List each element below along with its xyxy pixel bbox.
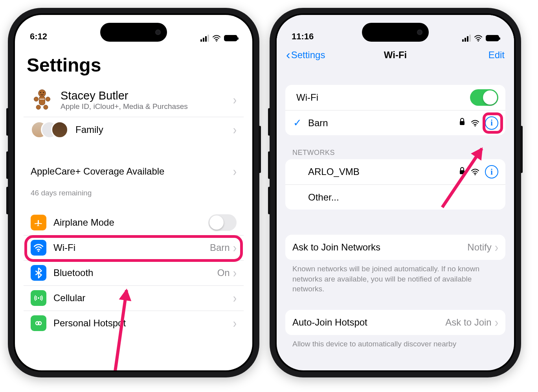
family-label: Family [75, 124, 103, 135]
cellular-row[interactable]: Cellular › [24, 285, 244, 311]
chevron-right-icon: › [233, 266, 237, 280]
profile-subtitle: Apple ID, iCloud+, Media & Purchases [61, 102, 188, 111]
chevron-right-icon: › [233, 291, 237, 305]
wifi-toggle-group: Wi-Fi ✓ Barn i [285, 85, 505, 135]
svg-point-5 [36, 105, 40, 109]
wifi-icon [31, 240, 46, 256]
hotspot-label: Personal Hotspot [53, 318, 126, 329]
wifi-strength-icon [471, 120, 479, 127]
connected-network-row[interactable]: ✓ Barn i [285, 110, 505, 135]
edit-button[interactable]: Edit [488, 50, 505, 61]
svg-point-12 [38, 322, 41, 325]
svg-rect-2 [39, 96, 45, 105]
networks-group: ARLO_VMB i Other... [285, 159, 505, 210]
hotspot-row[interactable]: Personal Hotspot › [24, 311, 244, 336]
auto-join-value: Ask to Join [445, 317, 491, 328]
svg-point-4 [46, 97, 50, 101]
wifi-switch-row[interactable]: Wi-Fi [285, 85, 505, 110]
svg-point-17 [475, 174, 476, 175]
profile-group: Stacey Butler Apple ID, iCloud+, Media &… [24, 83, 244, 142]
applecare-footer: 46 days remaining [15, 184, 252, 198]
connectivity-group: Airplane Mode Wi-Fi Barn › Bluetooth [24, 210, 244, 336]
wifi-status-icon [474, 35, 483, 42]
dynamic-island [100, 23, 167, 42]
svg-point-1 [39, 90, 46, 97]
bluetooth-icon [31, 265, 46, 281]
ask-to-join-value: Notify [467, 242, 491, 253]
info-icon[interactable]: i [485, 116, 498, 130]
status-time: 11:16 [292, 31, 314, 42]
wifi-value: Barn [210, 242, 230, 253]
chevron-right-icon: › [233, 165, 237, 178]
hotspot-icon [31, 315, 46, 331]
applecare-label: AppleCare+ Coverage Available [31, 166, 164, 177]
battery-icon [486, 35, 499, 41]
chevron-right-icon: › [495, 316, 498, 329]
nav-title: Wi-Fi [384, 50, 407, 61]
svg-point-9 [38, 250, 39, 252]
svg-point-15 [475, 125, 476, 126]
airplane-label: Airplane Mode [53, 217, 114, 228]
auto-join-footer: Allow this device to automatically disco… [277, 335, 514, 353]
cellular-icon [31, 290, 46, 306]
profile-name: Stacey Butler [61, 89, 188, 102]
page-title: Settings [15, 42, 252, 80]
connected-network-name: Barn [308, 118, 328, 129]
bluetooth-row[interactable]: Bluetooth On › [24, 260, 244, 285]
ask-to-join-label: Ask to Join Networks [292, 242, 380, 253]
chevron-right-icon: › [233, 123, 237, 136]
wifi-toggle[interactable] [470, 89, 498, 106]
phone-left: 6:12 Settings [8, 8, 259, 377]
ask-to-join-row[interactable]: Ask to Join Networks Notify › [285, 235, 505, 260]
auto-join-row[interactable]: Auto-Join Hotspot Ask to Join › [285, 310, 505, 335]
other-network-row[interactable]: Other... [285, 184, 505, 210]
back-label: Settings [291, 50, 325, 61]
wifi-row[interactable]: Wi-Fi Barn › [24, 235, 244, 260]
svg-point-3 [34, 97, 38, 101]
svg-point-7 [40, 92, 41, 93]
network-name: ARLO_VMB [308, 166, 360, 177]
chevron-left-icon: ‹ [286, 51, 290, 59]
svg-point-0 [216, 40, 217, 42]
avatar [31, 88, 53, 112]
chevron-right-icon: › [233, 317, 237, 330]
svg-rect-14 [460, 121, 465, 125]
wifi-strength-icon [471, 168, 479, 175]
cellular-label: Cellular [53, 293, 85, 304]
screen-settings: 6:12 Settings [15, 15, 252, 370]
wifi-switch-label: Wi-Fi [292, 92, 318, 103]
lock-icon [459, 118, 465, 128]
checkmark-icon: ✓ [292, 117, 303, 129]
wifi-label: Wi-Fi [53, 242, 75, 253]
status-time: 6:12 [30, 31, 47, 42]
chevron-right-icon: › [233, 241, 237, 254]
family-avatars [31, 121, 68, 138]
svg-point-10 [38, 297, 39, 299]
back-button[interactable]: ‹ Settings [286, 50, 325, 61]
family-row[interactable]: Family › [24, 117, 244, 142]
other-label: Other... [308, 192, 339, 203]
apple-id-row[interactable]: Stacey Butler Apple ID, iCloud+, Media &… [24, 83, 244, 117]
bluetooth-value: On [217, 267, 230, 278]
battery-icon [224, 35, 237, 41]
applecare-group: AppleCare+ Coverage Available › [24, 159, 244, 184]
ask-to-join-footer: Known networks will be joined automatica… [277, 260, 514, 294]
chevron-right-icon: › [495, 241, 498, 254]
cellular-signal-icon [200, 35, 209, 42]
auto-join-label: Auto-Join Hotspot [292, 317, 367, 328]
dynamic-island [362, 23, 429, 42]
svg-point-13 [478, 40, 479, 42]
bluetooth-label: Bluetooth [53, 267, 93, 278]
auto-join-group: Auto-Join Hotspot Ask to Join › [285, 310, 505, 335]
chevron-right-icon: › [233, 93, 237, 107]
airplane-mode-row[interactable]: Airplane Mode [24, 210, 244, 235]
ask-join-group: Ask to Join Networks Notify › [285, 235, 505, 260]
svg-point-8 [43, 92, 44, 93]
applecare-row[interactable]: AppleCare+ Coverage Available › [24, 159, 244, 184]
wifi-status-icon [212, 35, 221, 42]
phone-right: 11:16 ‹ Settings Wi-Fi Edit Wi-Fi ✓ [270, 8, 521, 377]
cellular-signal-icon [462, 35, 471, 42]
airplane-toggle[interactable] [208, 214, 237, 231]
screen-wifi: 11:16 ‹ Settings Wi-Fi Edit Wi-Fi ✓ [277, 15, 514, 370]
info-icon[interactable]: i [485, 165, 498, 179]
